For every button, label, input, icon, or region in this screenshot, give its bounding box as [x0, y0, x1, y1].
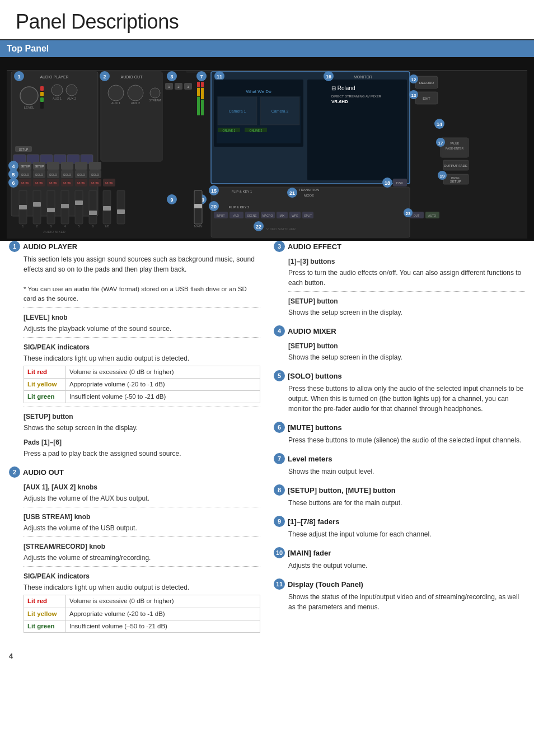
svg-text:FLIP & KEY 1: FLIP & KEY 1: [232, 190, 252, 193]
section-11-body: Shows the status of the input/output vid…: [274, 592, 525, 612]
svg-text:VR-6HD: VR-6HD: [331, 99, 348, 104]
svg-point-20: [66, 85, 77, 96]
section-4-title-row: 4 AUDIO MIXER: [274, 325, 525, 337]
svg-text:MACRO: MACRO: [263, 214, 273, 217]
section-6-title: [MUTE] buttons: [288, 423, 342, 432]
section-3-body: [1]–[3] buttons Press to turn the audio …: [274, 256, 525, 318]
badge-3: 3: [274, 241, 285, 252]
section-11-description: Shows the status of the input/output vid…: [288, 592, 525, 612]
svg-rect-53: [197, 88, 200, 96]
svg-text:MODE: MODE: [304, 194, 314, 197]
lit-green-value-2: Insufficient volume (–50 to -21 dB): [66, 620, 260, 632]
badge-9: 9: [274, 516, 285, 527]
panel-svg: Roland Roland ⊟ AUDIO PLAYER 1 LEVEL AUX…: [7, 59, 527, 239]
svg-point-11: [20, 87, 38, 105]
section-5-body: Press these buttons to allow only the au…: [274, 384, 525, 414]
svg-rect-145: [33, 190, 41, 224]
section-setup-mute: 8 [SETUP] button, [MUTE] button These bu…: [274, 484, 525, 508]
svg-rect-148: [47, 208, 55, 212]
badge-5: 5: [274, 370, 285, 381]
svg-rect-158: [117, 209, 125, 214]
section-audio-player: 1 AUDIO PLAYER This section lets you ass…: [9, 241, 260, 459]
sig-peak-2-text: These indicators light up when audio out…: [24, 582, 260, 592]
section-2-body: [AUX 1], [AUX 2] knobs Adjusts the volum…: [9, 482, 260, 633]
lit-yellow-label: Lit yellow: [24, 378, 66, 390]
svg-rect-56: [201, 88, 204, 99]
svg-text:16: 16: [326, 74, 331, 80]
svg-text:AUX: AUX: [233, 214, 240, 217]
indicator-table-2: Lit red Volume is excessive (0 dB or hig…: [24, 595, 260, 633]
page-title: Panel Descriptions: [16, 10, 518, 34]
lit-red-value: Volume is excessive (0 dB or higher): [66, 366, 260, 378]
section-display: 11 Display (Touch Panel) Shows the statu…: [274, 578, 525, 612]
svg-point-18: [51, 85, 63, 96]
badge-6: 6: [274, 422, 285, 433]
panel-diagram: Roland Roland ⊟ AUDIO PLAYER 1 LEVEL AUX…: [0, 57, 534, 241]
svg-text:SOLO: SOLO: [63, 173, 71, 176]
lit-green-label: Lit green: [24, 391, 66, 403]
svg-rect-110: [89, 162, 101, 170]
svg-text:STREAM: STREAM: [149, 99, 161, 102]
svg-text:13: 13: [411, 93, 416, 98]
svg-rect-14: [40, 86, 44, 91]
svg-text:SOLO: SOLO: [77, 173, 85, 176]
table-row: Lit green Insufficient volume (-50 to -2…: [24, 391, 260, 403]
section-1-description: This section lets you assign sound sourc…: [24, 254, 260, 274]
svg-rect-108: [61, 162, 73, 170]
svg-point-36: [128, 85, 143, 101]
svg-rect-55: [201, 82, 204, 87]
section-7-title-row: 7 Level meters: [274, 453, 525, 464]
svg-text:14: 14: [437, 122, 442, 127]
svg-text:MUTE: MUTE: [91, 181, 100, 185]
lit-green-label-2: Lit green: [24, 620, 66, 632]
section-6-body: Press these buttons to mute (silence) th…: [274, 435, 525, 445]
svg-text:11: 11: [217, 74, 222, 80]
svg-rect-52: [197, 82, 200, 87]
svg-text:VALUE: VALUE: [450, 142, 460, 145]
svg-text:VIDEO SWITCHER: VIDEO SWITCHER: [266, 227, 296, 231]
effect-buttons-heading: [1]–[3] buttons: [288, 256, 525, 267]
svg-rect-107: [47, 162, 59, 170]
svg-text:SOLO: SOLO: [35, 173, 43, 176]
svg-text:MIX: MIX: [280, 214, 285, 217]
section-3-title: AUDIO EFFECT: [288, 242, 341, 251]
section-10-description: Adjusts the output volume.: [288, 561, 525, 571]
svg-text:MUTE: MUTE: [49, 181, 58, 185]
badge-7: 7: [274, 453, 285, 464]
section-audio-out: 2 AUDIO OUT [AUX 1], [AUX 2] knobs Adjus…: [9, 466, 260, 633]
two-column-layout: 1 AUDIO PLAYER This section lets you ass…: [9, 241, 525, 641]
svg-text:MONITOR: MONITOR: [354, 75, 372, 79]
sig-peak-1-text: These indicators light up when audio out…: [24, 353, 260, 363]
svg-text:OUT: OUT: [414, 214, 420, 217]
section-1-note: * You can use an audio file (WAV format)…: [24, 284, 260, 304]
svg-text:AUDIO PLAYER: AUDIO PLAYER: [40, 75, 68, 79]
section-10-title: [MAIN] fader: [288, 549, 331, 557]
top-panel-section: Top Panel: [0, 40, 534, 57]
svg-text:⊟ Roland: ⊟ Roland: [331, 85, 355, 91]
svg-text:23: 23: [406, 211, 411, 216]
section-10-title-row: 10 [MAIN] fader: [274, 547, 525, 558]
table-row: Lit red Volume is excessive (0 dB or hig…: [24, 595, 260, 608]
lit-yellow-label-2: Lit yellow: [24, 608, 66, 620]
section-5-description: Press these buttons to allow only the au…: [288, 384, 525, 414]
svg-text:SETUP: SETUP: [19, 148, 29, 151]
badge-11: 11: [274, 578, 285, 590]
svg-rect-153: [89, 190, 97, 224]
svg-rect-146: [33, 202, 41, 207]
svg-rect-17: [40, 103, 44, 108]
section-faders: 9 [1]–[7/8] faders These adjust the inpu…: [274, 516, 525, 539]
svg-rect-151: [75, 190, 83, 224]
pads-text: Press a pad to play back the assigned so…: [24, 449, 260, 459]
stream-record-text: Adjusts the volume of streaming/recordin…: [24, 553, 260, 563]
lit-yellow-value: Appropriate volume (-20 to -1 dB): [66, 378, 260, 390]
svg-text:12: 12: [411, 77, 416, 82]
badge-8: 8: [274, 484, 285, 496]
lit-red-value-2: Volume is excessive (0 dB or higher): [66, 595, 260, 608]
section-8-title: [SETUP] button, [MUTE] button: [288, 486, 396, 494]
svg-text:AUDIO MIXER: AUDIO MIXER: [43, 230, 65, 234]
svg-rect-5: [7, 59, 527, 71]
svg-rect-16: [40, 97, 44, 102]
svg-rect-156: [103, 206, 111, 211]
svg-text:OUTPUT FADE: OUTPUT FADE: [444, 164, 467, 167]
effect-setup-heading: [SETUP] button: [288, 296, 525, 306]
